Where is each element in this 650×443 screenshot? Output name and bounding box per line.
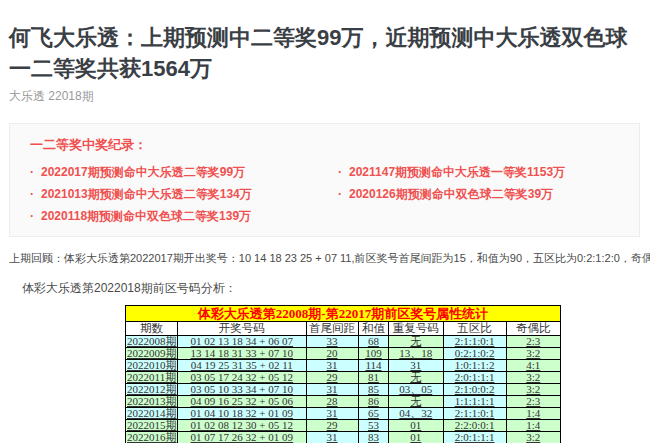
table-row: 2022011期03 05 17 24 32 + 05 122981无2:0:1… [126,372,561,384]
table-cell: 2:1:1:0:1 [443,336,506,348]
column-header: 开奖号码 [178,322,306,336]
table-cell: 03 05 10 33 34 + 07 10 [178,384,306,396]
records-title: 一二等奖中奖纪录： [30,136,619,154]
table-cell: 2022013期 [126,396,178,408]
table-cell: 2:3 [506,396,560,408]
table-cell: 无 [389,396,443,408]
table-cell: 01 02 13 18 34 + 06 07 [178,336,306,348]
records-left-list: 2022017期预测命中大乐透二等奖99万2021013期预测命中大乐透二等奖1… [30,161,338,227]
table-cell: 81 [358,372,388,384]
table-cell: 4:1 [506,360,560,372]
table-cell: 114 [358,360,388,372]
table-cell: 33 [306,336,358,348]
stats-table-body: 2022008期01 02 13 18 34 + 06 073368无2:1:1… [126,336,561,443]
table-cell: 01 07 17 26 32 + 01 09 [178,432,306,443]
table-cell: 1:1:1:1:1 [443,396,506,408]
column-header: 期数 [126,322,178,336]
table-cell: 31 [306,360,358,372]
table-cell: 1:4 [506,420,560,432]
table-cell: 109 [358,348,388,360]
record-item: 2020118期预测命中双色球二等奖139万 [30,205,338,227]
column-header: 首尾间距 [306,322,358,336]
table-cell: 28 [306,396,358,408]
table-cell: 01 02 08 12 30 + 05 12 [178,420,306,432]
table-cell: 68 [358,336,388,348]
table-cell: 3:2 [506,372,560,384]
page-title: 何飞大乐透：上期预测中二等奖99万，近期预测中大乐透双色球一二等奖共获1564万 [9,22,640,84]
table-cell: 2:1:0:0:2 [443,384,506,396]
stats-table: 体彩大乐透第22008期-第22017期前区奖号属性统计 期数开奖号码首尾间距和… [125,305,561,443]
table-cell: 29 [306,420,358,432]
stats-table-header-row: 期数开奖号码首尾间距和值重复号码五区比奇偶比 [126,322,561,336]
table-cell: 01 04 10 18 32 + 01 09 [178,408,306,420]
article-meta: 大乐透 22018期 [9,88,640,105]
table-cell: 2:2:0:0:1 [443,420,506,432]
table-cell: 2022016期 [126,432,178,443]
column-header: 奇偶比 [506,322,560,336]
stats-table-caption-row: 体彩大乐透第22008期-第22017期前区奖号属性统计 [126,306,561,322]
table-cell: 无 [389,372,443,384]
table-cell: 04、32 [389,408,443,420]
column-header: 和值 [358,322,388,336]
last-draw-review: 上期回顾：体彩大乐透第2022017期开出奖号：10 14 18 23 25 +… [9,251,640,266]
table-cell: 2:3 [506,336,560,348]
table-cell: 03 05 17 24 32 + 05 12 [178,372,306,384]
table-cell: 83 [358,432,388,443]
table-row: 2022014期01 04 10 18 32 + 01 09316504、322… [126,408,561,420]
table-cell: 2022009期 [126,348,178,360]
record-item: 2022017期预测命中大乐透二等奖99万 [30,161,338,183]
table-cell: 2:0:1:1:1 [443,372,506,384]
records-columns: 2022017期预测命中大乐透二等奖99万2021013期预测命中大乐透二等奖1… [30,161,619,227]
table-cell: 1:0:1:1:2 [443,360,506,372]
record-item: 2021013期预测命中大乐透二等奖134万 [30,183,338,205]
table-cell: 04 19 25 31 35 + 02 11 [178,360,306,372]
table-cell: 03、05 [389,384,443,396]
table-cell: 2022012期 [126,384,178,396]
table-cell: 2022014期 [126,408,178,420]
records-right-list: 2021147期预测命中大乐透一等奖1153万2020126期预测命中双色球二等… [338,161,619,227]
table-cell: 20 [306,348,358,360]
table-cell: 86 [358,396,388,408]
table-cell: 85 [358,384,388,396]
table-cell: 31 [306,408,358,420]
table-cell: 2022008期 [126,336,178,348]
table-cell: 3:2 [506,432,560,443]
table-cell: 13 14 18 31 33 + 07 10 [178,348,306,360]
table-cell: 01 [389,432,443,443]
article-page: 何飞大乐透：上期预测中二等奖99万，近期预测中大乐透双色球一二等奖共获1564万… [0,0,650,443]
column-header: 重复号码 [389,322,443,336]
table-cell: 29 [306,372,358,384]
table-cell: 2022010期 [126,360,178,372]
table-cell: 53 [358,420,388,432]
stats-table-caption: 体彩大乐透第22008期-第22017期前区奖号属性统计 [126,306,561,322]
table-cell: 31 [306,432,358,443]
table-cell: 0:2:1:0:2 [443,348,506,360]
table-cell: 65 [358,408,388,420]
table-cell: 31 [389,360,443,372]
table-cell: 2:0:1:1:1 [443,432,506,443]
table-cell: 13、18 [389,348,443,360]
table-row: 2022008期01 02 13 18 34 + 06 073368无2:1:1… [126,336,561,348]
table-cell: 2022015期 [126,420,178,432]
record-item: 2021147期预测命中大乐透一等奖1153万 [338,161,619,183]
table-cell: 2:1:1:0:1 [443,408,506,420]
table-cell: 31 [306,384,358,396]
table-row: 2022016期01 07 17 26 32 + 01 093183012:0:… [126,432,561,443]
table-cell: 04 09 16 25 32 + 05 06 [178,396,306,408]
table-cell: 3:2 [506,384,560,396]
table-row: 2022013期04 09 16 25 32 + 05 062886无1:1:1… [126,396,561,408]
record-item: 2020126期预测命中双色球二等奖39万 [338,183,619,205]
table-row: 2022009期13 14 18 31 33 + 07 102010913、18… [126,348,561,360]
analysis-intro: 体彩大乐透第2022018期前区号码分析： [9,280,640,297]
table-row: 2022010期04 19 25 31 35 + 02 1131114311:0… [126,360,561,372]
table-cell: 1:4 [506,408,560,420]
table-cell: 无 [389,336,443,348]
winning-records-box: 一二等奖中奖纪录： 2022017期预测命中大乐透二等奖99万2021013期预… [9,123,640,237]
table-row: 2022015期01 02 08 12 30 + 05 122953012:2:… [126,420,561,432]
table-row: 2022012期03 05 10 33 34 + 07 10318503、052… [126,384,561,396]
table-cell: 01 [389,420,443,432]
table-cell: 3:2 [506,348,560,360]
column-header: 五区比 [443,322,506,336]
table-cell: 2022011期 [126,372,178,384]
